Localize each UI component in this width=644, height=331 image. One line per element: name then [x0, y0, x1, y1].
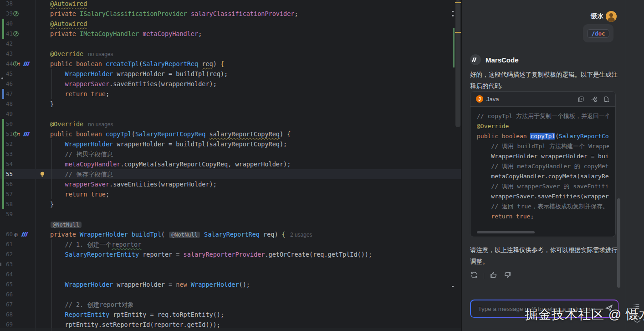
editor-line-57[interactable]: 57 return true;: [0, 189, 461, 199]
editor-line-45[interactable]: 45 WrapperHolder wrapperHolder = buildTp…: [0, 69, 461, 79]
editor-line-38[interactable]: 38@Autowired: [0, 0, 461, 9]
insert-code-icon[interactable]: [590, 96, 597, 103]
marscode-gutter-icon[interactable]: [23, 61, 31, 67]
editor-line-56[interactable]: 56 wrapperSaver.saveEntities(wrapperHold…: [0, 179, 461, 189]
line-number[interactable]: 68: [2, 310, 13, 320]
line-number[interactable]: 49: [2, 109, 13, 119]
editor-line-48[interactable]: 48}: [0, 99, 461, 109]
editor-line-64[interactable]: 64: [0, 269, 461, 279]
editor-inlay-line[interactable]: @NotNull: [0, 219, 461, 229]
line-number[interactable]: 58: [2, 199, 13, 209]
code-line-text: @Override no usages: [50, 119, 113, 129]
copy-code-icon[interactable]: [578, 96, 584, 103]
code-token: true: [91, 90, 106, 98]
editor-line-39[interactable]: 39private ISalaryClassificationProvider …: [0, 9, 461, 19]
line-number[interactable]: 66: [2, 290, 13, 300]
code-token: [50, 171, 65, 178]
spring-bean-icon[interactable]: [13, 10, 19, 17]
line-number[interactable]: 65: [2, 279, 13, 290]
thumbs-down-icon[interactable]: [503, 271, 511, 281]
code-token: public: [477, 133, 502, 140]
line-number[interactable]: 46: [2, 79, 13, 89]
editor-line-44[interactable]: 44Ipublic boolean createTpl(SalaryReport…: [0, 59, 461, 69]
line-number[interactable]: 51: [2, 129, 13, 139]
marscode-gutter-icon[interactable]: [23, 131, 31, 137]
line-number[interactable]: 38: [2, 0, 13, 9]
line-number[interactable]: 42: [2, 39, 13, 49]
line-number[interactable]: 61: [2, 239, 13, 249]
annotated-icon[interactable]: @: [13, 231, 19, 238]
warning-stripe-mark[interactable]: [455, 2, 461, 3]
editor-line-59[interactable]: 59: [0, 209, 461, 219]
code-horizontal-scrollbar[interactable]: [477, 231, 535, 233]
editor-line-51[interactable]: 51Ipublic boolean copyTpl(SalaryReportCo…: [0, 129, 461, 139]
line-number[interactable]: 59: [2, 209, 13, 219]
line-number[interactable]: 60: [2, 229, 13, 239]
editor-line-58[interactable]: 58}: [0, 199, 461, 209]
editor-line-53[interactable]: 53 // 拷贝字段信息: [0, 149, 461, 159]
doc-command-letter: /: [591, 30, 595, 37]
editor-line-68[interactable]: 68 ReportEntity rptEntity = req.toRptEnt…: [0, 310, 461, 320]
editor-line-67[interactable]: 67 // 2. 创建report对象: [0, 300, 461, 310]
line-number[interactable]: 39: [2, 9, 13, 19]
editor-line-46[interactable]: 46 wrapperSaver.saveEntities(wrapperHold…: [0, 79, 461, 89]
editor-line-55[interactable]: 55 // 保存字段信息: [0, 169, 461, 179]
spring-bean-icon[interactable]: [13, 31, 19, 37]
marscode-gutter-icon[interactable]: [21, 231, 29, 238]
editor-line-66[interactable]: 66: [0, 290, 461, 300]
line-number[interactable]: 45: [2, 69, 13, 79]
code-token: rptEntity.setReporterId(reporter.getId()…: [65, 321, 220, 328]
line-number[interactable]: 56: [2, 179, 13, 189]
line-number[interactable]: 64: [2, 269, 13, 279]
stripe-mark: [452, 15, 454, 16]
editor-line-49[interactable]: 49: [0, 109, 461, 119]
line-number[interactable]: 40: [2, 19, 13, 29]
line-number[interactable]: 52: [2, 139, 13, 149]
editor-line-42[interactable]: 42: [0, 39, 461, 49]
line-number[interactable]: 55: [2, 169, 13, 179]
line-number[interactable]: 62: [2, 249, 13, 259]
line-number[interactable]: 54: [2, 159, 13, 169]
implement-method-icon[interactable]: I: [13, 61, 21, 67]
line-number[interactable]: 41: [2, 29, 13, 39]
warning-stripe-mark[interactable]: [455, 32, 461, 33]
code-line-text: WrapperHolder wrapperHolder = buildTpl(r…: [50, 69, 228, 79]
line-number[interactable]: 47: [2, 89, 13, 99]
line-number[interactable]: 44: [2, 59, 13, 69]
code-token: (: [555, 133, 559, 140]
editor-line-60[interactable]: 60@private WrapperHolder buildTpl( @NotN…: [0, 229, 461, 239]
code-token: [50, 241, 65, 248]
line-number[interactable]: 43: [2, 49, 13, 59]
editor-line-40[interactable]: 40@Autowired: [0, 19, 461, 29]
thumbs-up-icon[interactable]: [490, 271, 498, 281]
chat-scrollbar[interactable]: [617, 198, 620, 288]
editor-line-65[interactable]: 65 WrapperHolder wrapperHolder = new Wra…: [0, 279, 461, 290]
doc-command-chip[interactable]: /doc: [587, 29, 609, 38]
editor-line-52[interactable]: 52 WrapperHolder wrapperHolder = buildTp…: [0, 139, 461, 149]
code-block-body[interactable]: // copyTpl 方法用于复制一个模板，并返回一个@Overridepubl…: [470, 107, 615, 226]
new-file-code-icon[interactable]: [603, 96, 610, 103]
code-token: WrapperHolder: [65, 140, 117, 148]
editor-line-43[interactable]: 43@Override no usages: [0, 49, 461, 59]
editor-line-41[interactable]: 41private IMetaCopyHandler metaCopyHandl…: [0, 29, 461, 39]
line-number[interactable]: 57: [2, 189, 13, 199]
editor-line-62[interactable]: 62 SalaryReporterEntity reporter = salar…: [0, 249, 461, 259]
editor-line-63[interactable]: 63: [0, 259, 461, 269]
editor-scrollbar[interactable]: [455, 0, 460, 127]
line-number[interactable]: 53: [2, 149, 13, 159]
code-token: [50, 281, 65, 288]
code-token: @Autowired: [50, 0, 87, 7]
implement-method-icon[interactable]: I: [13, 131, 21, 137]
editor-line-61[interactable]: 61 // 1. 创建一个reportor: [0, 239, 461, 249]
line-number[interactable]: 67: [2, 300, 13, 310]
line-number[interactable]: 50: [2, 119, 13, 129]
line-number[interactable]: 63: [2, 259, 13, 269]
editor-line-54[interactable]: 54 metaCopyHandler.copyMeta(salaryReport…: [0, 159, 461, 169]
code-token: @Override: [50, 50, 83, 57]
code-editor[interactable]: 38@Autowired39private ISalaryClassificat…: [0, 0, 461, 331]
line-number[interactable]: 48: [2, 99, 13, 109]
editor-line-50[interactable]: 50@Override no usages: [0, 119, 461, 129]
regenerate-icon[interactable]: [470, 271, 478, 281]
code-token: ;: [294, 10, 298, 17]
editor-line-47[interactable]: 47 return true;: [0, 89, 461, 99]
